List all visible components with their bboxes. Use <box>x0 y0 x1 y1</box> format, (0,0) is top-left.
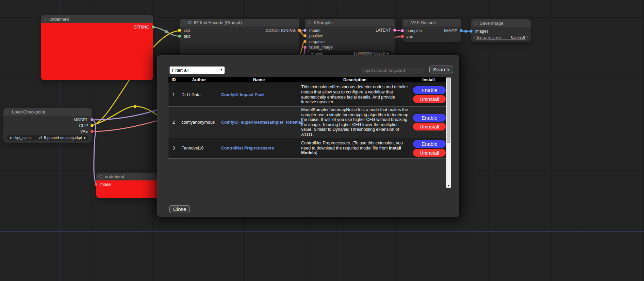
collapse-dot-icon[interactable] <box>99 175 102 178</box>
slot-label: STRING <box>134 25 149 30</box>
slot-label: model <box>309 28 320 33</box>
node-title: undefined <box>105 174 124 179</box>
close-button[interactable]: Close <box>169 205 190 213</box>
collapse-dot-icon[interactable] <box>44 18 47 21</box>
model-input-connector[interactable] <box>95 183 98 186</box>
conditioning-output-connector[interactable] <box>298 29 301 32</box>
node-save-image[interactable]: Save Image images filename_prefix ComfyU… <box>471 19 531 42</box>
extension-manager-dialog: Filter: all ▼ Search ID Author Name Desc… <box>157 55 459 217</box>
node-title: CLIP Text Encode (Prompt) <box>188 20 242 25</box>
images-input-connector[interactable] <box>469 30 473 33</box>
node-title-bar[interactable]: VAE Decode <box>402 19 461 27</box>
scrollbar-thumb[interactable] <box>447 77 450 143</box>
extension-link[interactable]: ControlNet Preprocessors <box>221 146 274 151</box>
ckpt-name-widget[interactable]: ◀ ckpt_name v1-5-pruned-emaonly.ckpt ▶ <box>7 135 88 140</box>
table-header-row: ID Author Name Description Install <box>168 77 446 83</box>
uninstall-button[interactable]: Uninstall <box>413 95 446 103</box>
search-button[interactable]: Search <box>429 66 453 73</box>
slot-label: negative <box>309 39 325 44</box>
node-title-bar[interactable]: CLIP Text Encode (Prompt) <box>180 19 299 27</box>
slot-label: LATENT <box>376 28 391 33</box>
uninstall-button[interactable]: Uninstall <box>413 149 446 157</box>
extension-description: This extension offers various detector n… <box>299 83 411 107</box>
node-load-checkpoint[interactable]: Load Checkpoint MODEL CLIP VAE ◀ ckpt_na… <box>3 108 92 143</box>
text-input-connector[interactable] <box>178 35 181 38</box>
slot-label: positive <box>309 34 323 38</box>
image-output-connector[interactable] <box>460 29 463 32</box>
extension-id: 2 <box>168 107 179 138</box>
filter-select[interactable]: Filter: all <box>169 66 225 74</box>
slot-label: VAE <box>80 129 88 134</box>
collapse-dot-icon[interactable] <box>6 111 9 113</box>
vae-output-connector[interactable] <box>90 130 94 133</box>
collapse-dot-icon[interactable] <box>183 21 185 24</box>
uninstall-button[interactable]: Uninstall <box>413 123 446 130</box>
string-output-connector[interactable] <box>152 25 155 29</box>
latent-output-connector[interactable] <box>393 29 396 32</box>
slot-label: samples <box>407 29 422 33</box>
slot-label: text <box>184 34 190 39</box>
positive-input-connector[interactable] <box>303 34 307 37</box>
latent-image-input-connector[interactable] <box>303 46 307 49</box>
widget-value: v1-5-pruned-emaonly.ckpt <box>39 136 82 140</box>
decrement-arrow-icon[interactable]: ◀ <box>9 136 11 139</box>
samples-input-connector[interactable] <box>401 29 404 32</box>
col-header-install: Install <box>411 77 446 83</box>
collapse-dot-icon[interactable] <box>474 22 477 25</box>
node-title-bar[interactable]: Load Checkpoint <box>3 108 92 116</box>
node-title: VAE Decode <box>411 20 436 25</box>
canvas-origin-horizontal-line <box>0 231 644 232</box>
node-title-bar[interactable]: undefined <box>41 15 153 23</box>
node-undefined-top[interactable]: undefined STRING <box>41 15 153 80</box>
widget-label: filename_prefix <box>477 35 501 39</box>
vae-input-connector[interactable] <box>401 35 404 38</box>
extension-description: ControlNet Preprocessors. (To use this e… <box>299 138 411 158</box>
extension-row: 1 Dr.Lt.Data ComfyUI Impact Pack This ex… <box>168 83 446 107</box>
collapse-dot-icon[interactable] <box>308 21 311 24</box>
slot-label: images <box>475 29 489 34</box>
scroll-down-icon[interactable]: ▼ <box>446 183 451 188</box>
model-output-connector[interactable] <box>90 118 94 121</box>
col-header-name: Name <box>219 77 299 83</box>
enable-button[interactable]: Enable <box>413 140 446 148</box>
node-title: undefined <box>49 17 69 22</box>
widget-label: ckpt_name <box>13 136 32 140</box>
slot-label: vae <box>407 34 413 39</box>
extension-row: 3 Fannovel16 ControlNet Preprocessors Co… <box>168 138 446 158</box>
decrement-arrow-icon[interactable]: ◀ <box>311 52 313 55</box>
node-title-bar[interactable]: Save Image <box>471 19 531 27</box>
extension-author: Dr.Lt.Data <box>179 83 219 107</box>
extension-id: 1 <box>168 83 179 107</box>
extension-id: 3 <box>168 138 179 158</box>
increment-arrow-icon[interactable]: ▶ <box>387 52 389 55</box>
slot-label: IMAGE <box>444 29 457 33</box>
extension-row: 2 comfyanonymous ComfyUI_experiments/sam… <box>168 107 446 138</box>
slot-label: latent_image <box>309 45 333 50</box>
enable-button[interactable]: Enable <box>413 114 446 122</box>
enable-button[interactable]: Enable <box>413 86 446 94</box>
slot-label: model <box>100 182 112 187</box>
increment-arrow-icon[interactable]: ▶ <box>84 136 86 139</box>
extension-description: ModelSamplerTonemapNoiseTest a node that… <box>299 107 411 138</box>
filter-select-wrap: Filter: all ▼ <box>169 66 225 74</box>
clip-input-connector[interactable] <box>178 29 181 32</box>
extension-author: Fannovel16 <box>179 138 219 158</box>
node-title: KSampler <box>314 20 333 25</box>
error-node-body <box>41 23 153 80</box>
graph-canvas[interactable]: undefined STRING CLIP Text Encode (Promp… <box>0 0 644 281</box>
collapse-dot-icon[interactable] <box>406 21 408 24</box>
node-title-bar[interactable]: KSampler <box>305 19 395 27</box>
negative-input-connector[interactable] <box>303 40 307 43</box>
table-scrollbar[interactable]: ▼ <box>446 77 451 188</box>
col-header-author: Author <box>179 77 219 83</box>
model-input-connector[interactable] <box>303 29 307 32</box>
widget-value: ComfyUI <box>511 35 525 39</box>
slot-label: MODEL <box>73 118 88 122</box>
clip-output-connector[interactable] <box>90 124 94 127</box>
filename-prefix-widget[interactable]: filename_prefix ComfyUI <box>474 35 528 40</box>
search-input[interactable] <box>361 67 425 74</box>
extension-link[interactable]: ComfyUI Impact Pack <box>221 92 265 97</box>
node-vae-decode[interactable]: VAE Decode samples vae IMAGE <box>402 19 461 42</box>
extension-link[interactable]: ComfyUI_experiments/sampler_tonemap <box>221 120 303 125</box>
extension-author: comfyanonymous <box>179 107 219 138</box>
